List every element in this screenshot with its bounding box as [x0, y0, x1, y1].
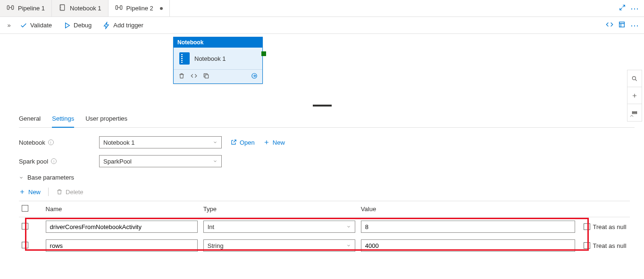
treat-as-null-label: Treat as null [593, 223, 627, 230]
col-type: Type [201, 201, 358, 217]
tab-pipeline-1[interactable]: Pipeline 1 [0, 0, 52, 16]
activity-success-connector[interactable] [261, 51, 266, 56]
svg-rect-6 [205, 75, 209, 78]
tab-label: Pipeline 2 [126, 5, 153, 12]
notebook-selected-value: Notebook 1 [103, 139, 135, 146]
collapse-panel-icon[interactable] [629, 113, 635, 120]
svg-rect-5 [619, 22, 625, 27]
param-row: Int Treat as null [19, 217, 630, 237]
code-view-icon[interactable] [606, 21, 613, 30]
notebook-select[interactable]: Notebook 1 [99, 136, 222, 148]
col-name: Name [43, 201, 201, 217]
tab-user-properties[interactable]: User properties [85, 111, 127, 127]
treat-as-null-label: Treat as null [593, 242, 627, 249]
treat-as-null-checkbox[interactable] [584, 242, 590, 249]
notebook-icon [59, 4, 66, 13]
param-type-select[interactable]: String [203, 239, 355, 252]
notebook-label: Notebook [19, 139, 45, 146]
open-notebook-button[interactable]: Open [230, 139, 255, 146]
base-parameters-label: Base parameters [27, 174, 74, 181]
activity-type-label: Notebook [174, 37, 262, 48]
notebook-activity[interactable]: Notebook Notebook 1 [173, 37, 263, 84]
param-value-input[interactable] [361, 221, 575, 233]
new-param-label: New [28, 189, 41, 196]
param-row: String Treat as null [19, 236, 630, 255]
zoom-in-icon[interactable] [627, 87, 642, 104]
pipeline-icon [115, 4, 123, 13]
activity-code-icon[interactable] [191, 73, 197, 81]
tab-pipeline-2[interactable]: Pipeline 2 [109, 0, 170, 16]
col-value: Value [358, 201, 578, 217]
add-trigger-label: Add trigger [113, 22, 143, 29]
validate-label: Validate [30, 22, 52, 29]
tab-label: Pipeline 1 [18, 5, 45, 12]
sparkpool-select[interactable]: SparkPool [99, 155, 222, 167]
row-checkbox[interactable] [22, 223, 28, 230]
open-label: Open [240, 139, 255, 146]
tabs-more-menu[interactable]: ⋯ [630, 3, 639, 14]
new-param-button[interactable]: New [19, 189, 41, 196]
properties-tabs: General Settings User properties [19, 111, 635, 128]
notebook-icon [179, 52, 190, 65]
collapse-activities-icon[interactable]: » [5, 22, 13, 29]
row-checkbox[interactable] [22, 242, 28, 248]
info-icon[interactable]: i [48, 140, 54, 145]
delete-activity-icon[interactable] [178, 73, 185, 81]
delete-param-button: Delete [56, 189, 84, 196]
copy-activity-icon[interactable] [203, 73, 209, 81]
tab-dirty-indicator [160, 7, 163, 10]
delete-param-label: Delete [66, 189, 84, 196]
debug-label: Debug [74, 22, 92, 29]
param-name-input[interactable] [46, 239, 198, 252]
expand-icon[interactable] [619, 4, 626, 12]
tab-notebook-1[interactable]: Notebook 1 [52, 0, 109, 16]
new-notebook-button[interactable]: New [263, 139, 285, 146]
svg-rect-3 [116, 6, 117, 9]
param-type-select[interactable]: Int [203, 221, 355, 233]
info-icon[interactable]: i [51, 158, 57, 164]
svg-rect-1 [12, 6, 14, 9]
treat-as-null-checkbox[interactable] [584, 223, 590, 230]
validate-button[interactable]: Validate [15, 20, 57, 31]
svg-point-8 [632, 76, 636, 80]
select-all-checkbox[interactable] [22, 205, 28, 212]
properties-panel: General Settings User properties Noteboo… [0, 107, 644, 264]
debug-button[interactable]: Debug [59, 20, 96, 31]
pipeline-canvas[interactable]: Notebook Notebook 1 [0, 34, 644, 105]
search-canvas-icon[interactable] [627, 70, 642, 87]
base-parameters-toggle[interactable]: Base parameters [19, 174, 635, 181]
tab-settings[interactable]: Settings [52, 111, 74, 128]
tab-general[interactable]: General [19, 111, 41, 127]
run-activity-icon[interactable] [251, 73, 258, 81]
toolbar-more-menu[interactable]: ⋯ [630, 20, 639, 31]
add-trigger-button[interactable]: Add trigger [98, 20, 148, 31]
pipeline-icon [7, 4, 14, 13]
properties-icon[interactable] [618, 21, 626, 30]
tab-label: Notebook 1 [70, 5, 101, 12]
param-name-input[interactable] [46, 221, 198, 233]
svg-rect-4 [120, 6, 122, 9]
toolbar-divider [48, 188, 49, 196]
param-value-input[interactable] [361, 239, 575, 252]
pipeline-toolbar: » Validate Debug Add trigger ⋯ [0, 17, 644, 34]
sparkpool-label: Spark pool [19, 158, 48, 165]
svg-rect-0 [7, 6, 9, 9]
activity-title: Notebook 1 [194, 55, 226, 62]
new-label: New [273, 139, 285, 146]
sparkpool-selected-value: SparkPool [103, 158, 132, 165]
editor-tabs-bar: Pipeline 1 Notebook 1 Pipeline 2 ⋯ [0, 0, 644, 17]
params-table: Name Type Value Int Treat as null String… [19, 201, 630, 255]
